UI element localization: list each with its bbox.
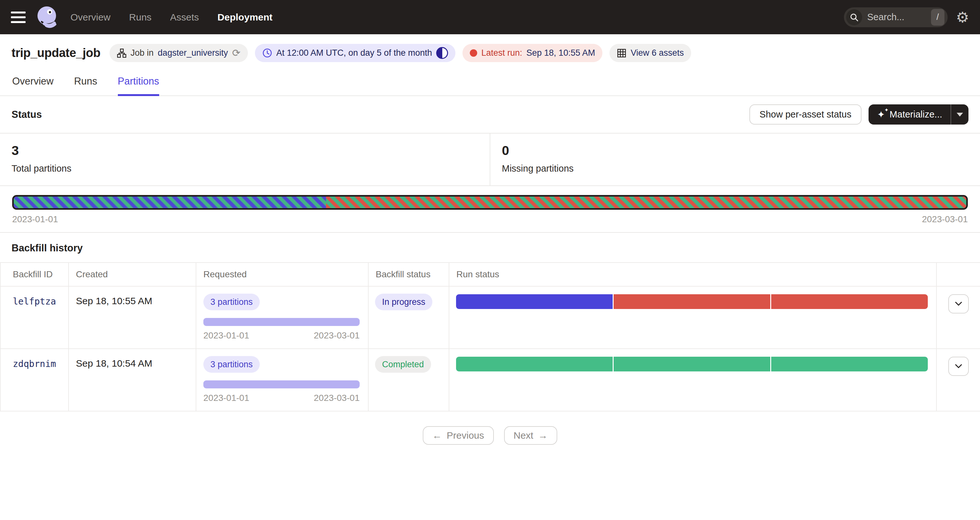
materialize-button[interactable]: ✦✦ Materialize... (869, 104, 951, 124)
nav-item-assets[interactable]: Assets (170, 12, 199, 23)
nav-item-overview[interactable]: Overview (70, 12, 110, 23)
backfill-row: zdqbrnim Sep 18, 10:54 AM 3 partitions 2… (1, 348, 980, 411)
status-heading: Status (11, 109, 42, 120)
latest-run-pill: Latest run: Sep 18, 10:55 AM (463, 44, 602, 62)
backfill-created: Sep 18, 10:54 AM (68, 349, 196, 411)
requested-range-end: 2023-03-01 (314, 331, 360, 341)
view-assets-link[interactable]: View 6 assets (631, 48, 684, 58)
tab-overview[interactable]: Overview (12, 76, 54, 95)
caret-down-icon (957, 113, 963, 116)
show-per-asset-status-button[interactable]: Show per-asset status (749, 104, 862, 124)
status-section-header: Status Show per-asset status ✦✦ Material… (0, 96, 980, 133)
pagination: ← Previous Next → (0, 412, 980, 460)
page-title: trip_update_job (11, 46, 100, 60)
hamburger-menu-icon[interactable] (11, 11, 25, 23)
chevron-down-icon (955, 364, 963, 369)
search-shortcut-key: / (931, 9, 945, 25)
backfill-history-heading-row: Backfill history (0, 232, 980, 262)
job-hierarchy-icon (117, 48, 127, 58)
requested-partitions-pill[interactable]: 3 partitions (204, 294, 260, 310)
next-label: Next (514, 430, 533, 441)
backfill-requested-cell: 3 partitions 2023-01-01 2023-03-01 (196, 349, 368, 411)
backfill-id-link[interactable]: lelfptza (13, 296, 56, 307)
view-assets-pill[interactable]: View 6 assets (609, 44, 691, 62)
previous-page-button[interactable]: ← Previous (423, 426, 494, 445)
col-backfill-id: Backfill ID (1, 263, 68, 286)
sparkle-icon: ✦✦ (877, 110, 885, 119)
col-created: Created (68, 263, 196, 286)
arrow-right-icon: → (538, 430, 548, 441)
nav-links: Overview Runs Assets Deployment (70, 12, 272, 23)
top-nav: Overview Runs Assets Deployment Search..… (0, 0, 980, 34)
repository-link[interactable]: dagster_university (158, 48, 228, 58)
stat-label: Missing partitions (502, 163, 969, 174)
run-status-bar[interactable] (456, 357, 928, 371)
requested-range-start: 2023-01-01 (204, 331, 249, 341)
next-page-button[interactable]: Next → (504, 426, 558, 445)
backfill-table-header: Backfill ID Created Requested Backfill s… (1, 263, 980, 286)
dagster-logo-icon[interactable] (35, 5, 60, 29)
requested-range-end: 2023-03-01 (314, 393, 360, 403)
job-location-pill: Job in dagster_university ⟳ (110, 44, 248, 62)
stat-value: 0 (502, 143, 969, 158)
assets-grid-icon (617, 48, 627, 58)
backfill-status-badge: Completed (375, 356, 431, 373)
requested-partitions-pill[interactable]: 3 partitions (204, 356, 260, 373)
stat-label: Total partitions (11, 163, 478, 174)
backfill-history-heading: Backfill history (11, 242, 83, 254)
latest-run-time-link[interactable]: Sep 18, 10:55 AM (527, 48, 595, 58)
nav-item-runs[interactable]: Runs (129, 12, 151, 23)
previous-label: Previous (447, 430, 484, 441)
col-backfill-status: Backfill status (368, 263, 449, 286)
backfill-status-badge: In progress (375, 294, 432, 310)
backfill-created: Sep 18, 10:55 AM (68, 286, 196, 348)
materialize-button-group: ✦✦ Materialize... (869, 104, 969, 124)
schedule-pill: At 12:00 AM UTC, on day 5 of the month (255, 44, 455, 62)
tab-runs[interactable]: Runs (74, 76, 97, 95)
schedule-toggle[interactable] (436, 47, 448, 59)
run-status-dot-icon (470, 49, 477, 57)
job-header: trip_update_job Job in dagster_universit… (0, 34, 980, 69)
backfill-row: lelfptza Sep 18, 10:55 AM 3 partitions 2… (1, 286, 980, 348)
job-location-label: Job in (130, 48, 154, 58)
requested-range-bar (204, 380, 360, 388)
refresh-icon[interactable]: ⟳ (232, 48, 240, 58)
partition-range-end: 2023-03-01 (922, 214, 968, 224)
backfill-table: Backfill ID Created Requested Backfill s… (0, 262, 980, 412)
requested-range-start: 2023-01-01 (204, 393, 249, 403)
job-tabs: Overview Runs Partitions (0, 69, 980, 96)
stat-total-partitions: 3 Total partitions (0, 134, 490, 185)
nav-item-deployment[interactable]: Deployment (218, 12, 272, 23)
partition-status-bar[interactable] (12, 195, 968, 210)
col-actions (936, 263, 980, 286)
expand-row-button[interactable] (948, 294, 969, 313)
materialize-label: Materialize... (890, 109, 942, 120)
materialize-dropdown-button[interactable] (951, 104, 969, 124)
partition-status-bar-section: 2023-01-01 2023-03-01 (0, 186, 980, 232)
backfill-requested-cell: 3 partitions 2023-01-01 2023-03-01 (196, 286, 368, 348)
chevron-down-icon (955, 301, 963, 307)
col-run-status: Run status (449, 263, 936, 286)
latest-run-label: Latest run: (481, 48, 522, 58)
tab-partitions[interactable]: Partitions (118, 76, 159, 96)
expand-row-button[interactable] (948, 357, 969, 376)
run-status-bar[interactable] (456, 294, 928, 309)
settings-gear-icon[interactable]: ⚙ (956, 10, 969, 25)
partition-stats: 3 Total partitions 0 Missing partitions (0, 133, 980, 186)
clock-icon (262, 48, 272, 58)
stat-value: 3 (11, 143, 478, 158)
search-input[interactable]: Search... / (844, 7, 948, 27)
schedule-label: At 12:00 AM UTC, on day 5 of the month (276, 48, 432, 58)
col-requested: Requested (196, 263, 368, 286)
search-placeholder: Search... (867, 12, 926, 22)
backfill-id-link[interactable]: zdqbrnim (13, 359, 56, 369)
search-icon (846, 9, 862, 25)
arrow-left-icon: ← (432, 430, 442, 441)
stat-missing-partitions: 0 Missing partitions (490, 134, 980, 185)
requested-range-bar (204, 318, 360, 326)
partition-range-start: 2023-01-01 (12, 214, 58, 224)
